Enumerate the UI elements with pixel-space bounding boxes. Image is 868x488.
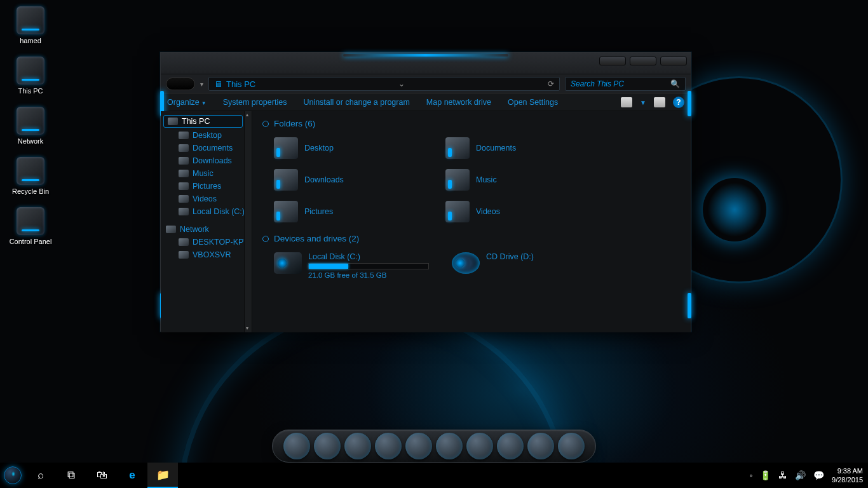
explorer-button[interactable]: 📁 <box>147 463 178 488</box>
dock-item-6[interactable] <box>436 433 463 459</box>
folder-icon: 📁 <box>156 468 170 482</box>
tree-documents[interactable]: Documents <box>161 142 252 154</box>
view-options-button[interactable] <box>621 97 632 107</box>
network-tray-icon[interactable]: 🖧 <box>778 470 787 480</box>
taskbar: ⌕ ⧉ 🛍 e 📁 ◦ 🔋 🖧 🔊 💬 9:38 AM 9/28/2015 <box>0 463 868 488</box>
preview-pane-button[interactable] <box>654 97 665 107</box>
tree-desktop[interactable]: Desktop <box>161 129 252 142</box>
window-titlebar[interactable] <box>161 53 691 74</box>
tree-videos[interactable]: Videos <box>161 193 252 205</box>
edge-button[interactable]: e <box>117 463 147 488</box>
navigation-tree: This PC Desktop Documents Downloads Musi… <box>161 111 252 332</box>
task-view-icon: ⧉ <box>67 469 75 482</box>
dock-item-1[interactable] <box>283 433 310 459</box>
dock-item-2[interactable] <box>314 433 341 459</box>
desktop-icon-recycle-bin[interactable]: Recycle Bin <box>6 157 55 196</box>
command-toolbar: Organize▼ System properties Uninstall or… <box>161 93 691 111</box>
action-center-icon[interactable]: 💬 <box>813 470 824 480</box>
tree-this-pc[interactable]: This PC <box>163 115 243 128</box>
system-properties-button[interactable]: System properties <box>223 98 287 107</box>
search-button[interactable]: ⌕ <box>25 463 56 488</box>
search-icon: ⌕ <box>37 469 44 482</box>
start-button[interactable] <box>0 463 25 488</box>
folder-icon <box>445 201 470 222</box>
edge-icon: e <box>129 469 135 482</box>
folder-documents[interactable]: Documents <box>443 135 602 161</box>
collapse-icon <box>262 121 269 127</box>
tray-overflow-icon[interactable]: ◦ <box>749 470 752 480</box>
folder-icon <box>274 201 298 222</box>
search-placeholder: Search This PC <box>571 79 624 88</box>
close-button[interactable] <box>660 57 687 65</box>
folder-downloads[interactable]: Downloads <box>271 166 430 193</box>
dock-item-alien1[interactable] <box>527 433 554 459</box>
folder-icon <box>445 137 470 159</box>
dock-launcher <box>272 430 596 463</box>
folder-icon <box>445 169 470 191</box>
folder-videos[interactable]: Videos <box>443 198 602 225</box>
maximize-button[interactable] <box>630 57 656 65</box>
tree-music[interactable]: Music <box>161 167 252 180</box>
desktop-icon-this-pc[interactable]: This PC <box>6 57 55 95</box>
disk-usage-bar <box>308 263 429 269</box>
tree-downloads[interactable]: Downloads <box>161 154 252 167</box>
start-orb-icon <box>4 466 22 484</box>
refresh-icon[interactable]: ⟳ <box>548 79 554 88</box>
drive-local-disk[interactable]: Local Disk (C:) 21.0 GB free of 31.5 GB <box>271 250 437 281</box>
tree-pictures[interactable]: Pictures <box>161 180 252 193</box>
collapse-icon <box>262 236 269 242</box>
store-icon: 🛍 <box>97 469 107 482</box>
tree-local-disk[interactable]: Local Disk (C:) <box>161 205 252 218</box>
desktop-icon-user[interactable]: hamed <box>6 6 55 45</box>
drive-cd[interactable]: CD Drive (D:) <box>449 250 614 281</box>
folders-section-header[interactable]: Folders (6) <box>262 119 681 128</box>
tree-network-pc1[interactable]: DESKTOP-KPT <box>161 236 252 248</box>
clock-date: 9/28/2015 <box>832 475 863 484</box>
tree-scrollbar[interactable] <box>244 111 252 332</box>
dock-item-7[interactable] <box>466 433 493 459</box>
uninstall-program-button[interactable]: Uninstall or change a program <box>303 98 409 107</box>
tree-network-pc2[interactable]: VBOXSVR <box>161 248 252 261</box>
system-tray: ◦ 🔋 🖧 🔊 💬 9:38 AM 9/28/2015 <box>749 466 868 484</box>
task-view-button[interactable]: ⧉ <box>56 463 86 488</box>
dock-item-alien2[interactable] <box>558 433 585 459</box>
open-settings-button[interactable]: Open Settings <box>508 98 558 107</box>
dock-item-5[interactable] <box>405 433 432 459</box>
folder-music[interactable]: Music <box>443 166 602 193</box>
network-icon <box>166 226 176 233</box>
folder-pictures[interactable]: Pictures <box>271 198 430 225</box>
search-input[interactable]: Search This PC 🔍 <box>565 77 686 91</box>
dock-item-4[interactable] <box>375 433 402 459</box>
map-network-drive-button[interactable]: Map network drive <box>426 98 491 107</box>
search-icon: 🔍 <box>670 79 680 88</box>
explorer-window: ▾ 🖥 This PC ⌄ ⟳ Search This PC 🔍 Organiz… <box>160 52 691 332</box>
address-row: ▾ 🖥 This PC ⌄ ⟳ Search This PC 🔍 <box>161 74 691 93</box>
organize-menu[interactable]: Organize▼ <box>167 98 207 107</box>
nav-back-forward[interactable] <box>166 78 195 90</box>
help-button[interactable]: ? <box>673 97 684 108</box>
tree-network[interactable]: Network <box>161 223 252 236</box>
minimize-button[interactable] <box>599 57 626 65</box>
drives-section-header[interactable]: Devices and drives (2) <box>262 234 681 243</box>
dock-item-3[interactable] <box>344 433 371 459</box>
address-text: This PC <box>226 79 255 89</box>
folder-desktop[interactable]: Desktop <box>271 135 430 161</box>
cd-drive-icon <box>452 252 480 274</box>
computer-icon: 🖥 <box>214 79 222 89</box>
content-pane: Folders (6) Desktop Documents Downloads … <box>252 111 691 332</box>
clock-time: 9:38 AM <box>832 466 863 475</box>
volume-icon[interactable]: 🔊 <box>795 470 806 480</box>
folder-icon <box>274 137 298 159</box>
dock-item-clock[interactable] <box>497 433 524 459</box>
battery-icon[interactable]: 🔋 <box>760 470 771 480</box>
store-button[interactable]: 🛍 <box>86 463 117 488</box>
view-dropdown-icon[interactable]: ▼ <box>640 99 646 106</box>
taskbar-clock[interactable]: 9:38 AM 9/28/2015 <box>832 466 863 484</box>
computer-icon <box>168 118 178 125</box>
desktop-icon-control-panel[interactable]: Control Panel <box>6 207 55 246</box>
address-bar[interactable]: 🖥 This PC ⌄ ⟳ <box>208 77 560 91</box>
address-dropdown-icon[interactable]: ⌄ <box>398 79 405 88</box>
desktop-icon-network[interactable]: Network <box>6 107 55 146</box>
desktop-icons-column: hamed This PC Network Recycle Bin Contro… <box>6 6 57 257</box>
history-dropdown-icon[interactable]: ▾ <box>200 81 203 88</box>
